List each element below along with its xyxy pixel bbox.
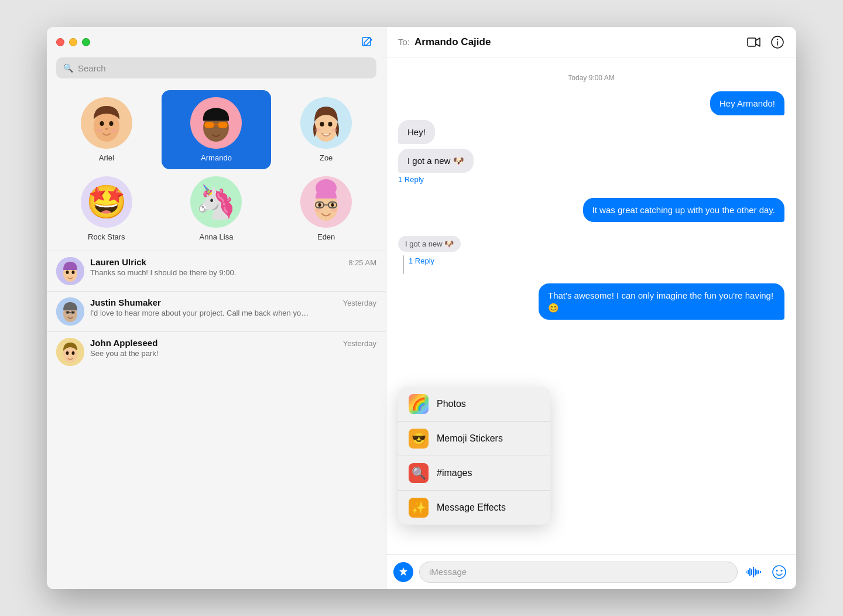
conv-time-lauren: 8:25 AM xyxy=(348,258,376,267)
svg-point-5 xyxy=(105,128,108,130)
emoji-button[interactable] xyxy=(769,562,789,582)
message-row-2: Hey! xyxy=(398,120,784,144)
conv-item-lauren[interactable]: Lauren Ulrick 8:25 AM Thanks so much! I … xyxy=(47,251,386,291)
compose-button[interactable] xyxy=(358,33,376,52)
svg-rect-46 xyxy=(748,38,756,46)
pinned-label-eden: Eden xyxy=(317,232,335,241)
pinned-item-annalisa[interactable]: 🦄 Anna Lisa xyxy=(162,169,272,248)
svg-point-33 xyxy=(66,271,69,274)
conv-preview-justin: I'd love to hear more about your project… xyxy=(90,309,313,317)
conv-preview-john: See you at the park! xyxy=(90,349,313,358)
audio-waveform-button[interactable] xyxy=(743,562,763,582)
pinned-item-ariel[interactable]: Ariel xyxy=(52,90,162,169)
svg-point-6 xyxy=(97,129,102,132)
chat-area: To: Armando Cajide xyxy=(386,27,796,589)
bubble-6: That's awesome! I can only imagine the f… xyxy=(539,283,784,320)
svg-point-16 xyxy=(314,114,338,142)
reply-link-1[interactable]: 1 Reply xyxy=(398,175,424,184)
memoji-icon: 😎 xyxy=(409,429,429,449)
svg-point-39 xyxy=(67,312,68,313)
pinned-label-zoe: Zoe xyxy=(320,153,333,162)
conv-name-justin: Justin Shumaker xyxy=(90,297,161,307)
pinned-label-ariel: Ariel xyxy=(99,153,114,162)
svg-point-45 xyxy=(72,351,75,355)
avatar-rockstars: 🤩 xyxy=(81,176,132,228)
search-label: Search xyxy=(78,63,106,73)
popup-item-photos[interactable]: 🌈 Photos xyxy=(398,387,550,422)
popup-item-effects[interactable]: ✨ Message Effects xyxy=(398,491,550,525)
search-bar[interactable]: 🔍 Search xyxy=(56,57,376,78)
svg-point-44 xyxy=(66,351,69,355)
bubble-1: Hey Armando! xyxy=(710,91,784,115)
reply-link-2[interactable]: 1 Reply xyxy=(406,256,434,265)
pinned-item-zoe[interactable]: Zoe xyxy=(271,90,381,169)
bubble-text-2: Hey! xyxy=(407,127,426,137)
conv-item-john[interactable]: John Appleseed Yesterday See you at the … xyxy=(47,331,386,372)
conv-avatar-john xyxy=(56,338,84,366)
svg-point-27 xyxy=(318,203,321,207)
svg-point-7 xyxy=(111,129,116,132)
bubble-text-4: It was great catching up with you the ot… xyxy=(592,205,775,215)
conv-time-justin: Yesterday xyxy=(343,299,376,307)
avatar-eden xyxy=(300,176,352,228)
svg-rect-14 xyxy=(218,122,227,128)
chat-header-actions xyxy=(747,35,784,49)
pinned-item-rockstars[interactable]: 🤩 Rock Stars xyxy=(52,169,162,248)
bubble-2: Hey! xyxy=(398,120,435,144)
pinned-item-armando[interactable]: Armando xyxy=(162,90,272,169)
conv-avatar-justin xyxy=(56,297,84,326)
pinned-label-rockstars: Rock Stars xyxy=(88,232,125,241)
images-icon: 🔍 xyxy=(409,463,429,483)
popup-item-images[interactable]: 🔍 #images xyxy=(398,456,550,491)
pinned-label-armando: Armando xyxy=(201,153,232,162)
svg-rect-0 xyxy=(362,37,371,46)
app-store-button[interactable] xyxy=(393,562,413,582)
svg-point-59 xyxy=(773,566,786,579)
info-button[interactable] xyxy=(770,35,784,49)
pinned-contacts-grid: Ariel xyxy=(47,85,386,251)
conv-item-justin[interactable]: Justin Shumaker Yesterday I'd love to he… xyxy=(47,291,386,331)
avatar-zoe xyxy=(300,97,352,149)
conv-name-john: John Appleseed xyxy=(90,338,157,348)
popup-label-photos: Photos xyxy=(437,399,466,409)
bubble-text-1: Hey Armando! xyxy=(719,98,775,108)
popup-item-memoji[interactable]: 😎 Memoji Stickers xyxy=(398,422,550,456)
svg-point-29 xyxy=(315,208,321,212)
message-row-1: Hey Armando! xyxy=(398,91,784,115)
minimize-button[interactable] xyxy=(69,38,77,46)
maximize-button[interactable] xyxy=(82,38,90,46)
svg-point-49 xyxy=(777,39,778,40)
traffic-lights xyxy=(56,38,90,46)
video-call-button[interactable] xyxy=(747,35,761,49)
svg-point-3 xyxy=(100,121,104,126)
svg-point-17 xyxy=(320,122,324,126)
avatar-armando xyxy=(190,97,242,149)
close-button[interactable] xyxy=(56,38,64,46)
svg-point-20 xyxy=(331,128,337,132)
svg-point-30 xyxy=(331,208,337,212)
message-input[interactable]: iMessage xyxy=(419,562,738,583)
conv-details-justin: Justin Shumaker Yesterday I'd love to he… xyxy=(90,297,376,317)
message-row-4: It was great catching up with you the ot… xyxy=(398,198,784,222)
conv-time-john: Yesterday xyxy=(343,339,376,348)
svg-point-61 xyxy=(781,570,783,571)
conversation-list: Lauren Ulrick 8:25 AM Thanks so much! I … xyxy=(47,251,386,589)
timestamp-label: Today 9:00 AM xyxy=(398,74,784,82)
app-window: 🔍 Search xyxy=(47,27,796,589)
pinned-item-eden[interactable]: Eden xyxy=(271,169,381,248)
svg-point-40 xyxy=(72,312,74,313)
conv-name-lauren: Lauren Ulrick xyxy=(90,257,146,267)
bubble-3: I got a new 🐶 xyxy=(398,149,474,173)
chat-header: To: Armando Cajide xyxy=(386,27,796,57)
popup-label-images: #images xyxy=(437,468,472,478)
titlebar xyxy=(47,27,386,57)
bubble-text-3: I got a new 🐶 xyxy=(407,156,464,166)
message-row-5: I got a new 🐶 1 Reply xyxy=(398,236,784,274)
svg-point-18 xyxy=(328,122,333,126)
svg-point-19 xyxy=(315,128,321,132)
svg-point-28 xyxy=(331,203,334,207)
photos-icon: 🌈 xyxy=(409,394,429,414)
effects-icon: ✨ xyxy=(409,498,429,518)
avatar-ariel xyxy=(81,97,132,149)
conv-preview-lauren: Thanks so much! I should be there by 9:0… xyxy=(90,268,313,277)
